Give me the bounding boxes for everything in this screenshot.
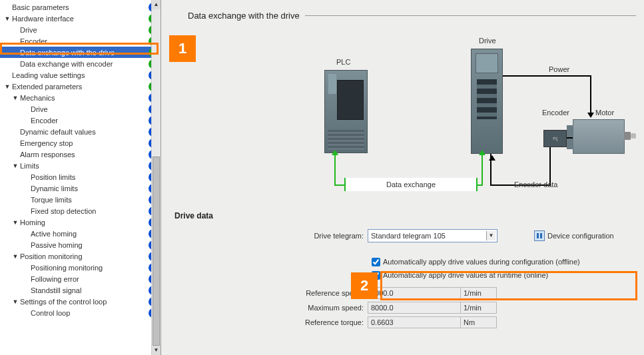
- max-speed-label: Maximum speed:: [174, 304, 368, 312]
- tree-item[interactable]: Passive homing✓: [0, 239, 161, 250]
- main-panel: Data exchange with the drive PLC Drive P…: [161, 0, 644, 355]
- tree-item-label: Following error: [29, 275, 79, 283]
- tree-item[interactable]: Standstill signal✓: [0, 284, 161, 296]
- tree-item[interactable]: Drive✓: [0, 103, 161, 115]
- header-divider: [305, 15, 636, 16]
- tree-item-label: Fixed stop detection: [29, 207, 96, 215]
- expander-icon[interactable]: ▼: [12, 298, 19, 305]
- tree-item-label: Homing: [19, 218, 45, 226]
- tree-item-label: Data exchange with the drive: [19, 49, 115, 57]
- tree-item[interactable]: ▼Mechanics✓: [0, 92, 161, 103]
- scroll-thumb[interactable]: [153, 157, 160, 346]
- auto-apply-online-row[interactable]: Automatically apply drive values at runt…: [174, 268, 631, 282]
- encoder-data-label: Encoder data: [514, 180, 557, 188]
- tree-item[interactable]: Torque limits✓: [0, 194, 161, 205]
- tree-item-label: Settings of the control loop: [19, 298, 107, 306]
- drive-data-header: Drive data: [174, 208, 631, 228]
- nav-tree: Basic parameters✓▼Hardware interface✓Dri…: [0, 0, 161, 355]
- encoder-device: [543, 130, 567, 147]
- tree-item[interactable]: Following error✓: [0, 273, 161, 284]
- tree-item-label: Drive: [19, 26, 37, 34]
- max-speed-input[interactable]: 8000.0: [368, 302, 461, 314]
- tree-item[interactable]: Position limits✓: [0, 171, 161, 182]
- tree-item-label: Torque limits: [29, 196, 72, 204]
- ref-torque-unit[interactable]: Nm: [460, 316, 497, 328]
- telegram-dropdown[interactable]: Standard telegram 105 ▼: [368, 229, 497, 242]
- expander-icon[interactable]: ▼: [12, 253, 19, 260]
- tree-item-label: Extended parameters: [11, 83, 82, 91]
- tree-item-label: Emergency stop: [19, 139, 73, 147]
- auto-apply-online-label: Automatically apply drive values at runt…: [383, 271, 548, 279]
- tree-item[interactable]: Positioning monitoring✓: [0, 262, 161, 273]
- tree-item[interactable]: Data exchange with encoder✓: [0, 58, 161, 69]
- tree-item[interactable]: Dynamic default values✓: [0, 126, 161, 137]
- tree-item[interactable]: ▼Settings of the control loop✓: [0, 296, 161, 307]
- tree-item[interactable]: Encoder✓: [0, 35, 161, 47]
- tree-item[interactable]: Leading value settings✓: [0, 69, 161, 81]
- expander-icon[interactable]: ▼: [4, 83, 11, 90]
- tree-item-label: Mechanics: [19, 94, 55, 102]
- tree-item[interactable]: ▼Extended parameters✓: [0, 81, 161, 92]
- expander-icon[interactable]: ▼: [4, 15, 11, 22]
- chevron-down-icon[interactable]: ▼: [486, 231, 495, 240]
- expander-icon[interactable]: ▼: [12, 95, 19, 101]
- tree-item[interactable]: Basic parameters✓: [0, 1, 161, 13]
- tree-item[interactable]: Emergency stop✓: [0, 137, 161, 149]
- tree-item-label: Dynamic limits: [29, 184, 78, 192]
- telegram-label: Drive telegram:: [174, 232, 368, 240]
- drive-device: [471, 49, 503, 154]
- tree-item-label: Standstill signal: [29, 286, 81, 294]
- plc-device: [324, 70, 368, 153]
- svg-rect-0: [537, 233, 539, 238]
- auto-apply-offline-row[interactable]: Automatically apply drive values during …: [174, 255, 631, 268]
- power-label: Power: [549, 65, 569, 73]
- max-speed-unit[interactable]: 1/min: [460, 302, 497, 314]
- tree-item-label: Passive homing: [29, 241, 83, 249]
- topology-diagram: PLC Drive Power Encoder Motor: [174, 23, 631, 203]
- tree-item[interactable]: Control loop✓: [0, 307, 161, 318]
- svg-rect-1: [540, 233, 542, 238]
- tree-item-label: Encoder: [29, 117, 58, 125]
- tree-item[interactable]: ▼Homing✓: [0, 216, 161, 228]
- telegram-value: Standard telegram 105: [371, 232, 446, 240]
- ref-speed-unit[interactable]: 1/min: [460, 287, 497, 299]
- callout-1: 1: [169, 35, 196, 62]
- device-config-icon: [534, 230, 545, 241]
- tree-item[interactable]: Dynamic limits✓: [0, 182, 161, 194]
- tree-item[interactable]: Data exchange with the drive✓: [0, 47, 161, 58]
- tree-item-label: Limits: [19, 162, 39, 170]
- scroll-up-arrow[interactable]: ▲: [152, 0, 161, 9]
- tree-item[interactable]: ▼Limits✓: [0, 160, 161, 171]
- tree-item-label: Hardware interface: [11, 15, 74, 23]
- device-config-label: Device configuration: [547, 232, 614, 240]
- tree-item[interactable]: Alarm responses✓: [0, 149, 161, 160]
- tree-item-label: Data exchange with encoder: [19, 60, 113, 68]
- auto-apply-offline-checkbox[interactable]: [372, 258, 380, 266]
- tree-scrollbar[interactable]: ▲ ▼: [151, 0, 161, 355]
- tree-item[interactable]: ▼Hardware interface✓: [0, 13, 161, 24]
- drive-label: Drive: [479, 37, 496, 45]
- ref-speed-input[interactable]: 8000.0: [368, 287, 461, 299]
- tree-item[interactable]: Encoder✓: [0, 115, 161, 126]
- expander-icon[interactable]: ▼: [12, 219, 19, 226]
- ref-torque-input[interactable]: 0.6603: [368, 316, 461, 328]
- tree-item-label: Position limits: [29, 173, 75, 181]
- ref-torque-label: Reference torque:: [174, 318, 368, 326]
- tree-item[interactable]: Drive✓: [0, 24, 161, 35]
- ref-speed-label: Reference speed:: [174, 289, 368, 297]
- expander-icon[interactable]: ▼: [12, 163, 19, 169]
- tree-item[interactable]: Fixed stop detection✓: [0, 205, 161, 216]
- scroll-down-arrow[interactable]: ▼: [152, 346, 161, 355]
- section-header: Data exchange with the drive: [161, 0, 644, 23]
- tree-item-label: Alarm responses: [19, 151, 75, 159]
- tree-item[interactable]: Active homing✓: [0, 228, 161, 239]
- tree-item-label: Control loop: [29, 309, 70, 317]
- encoder-label: Encoder: [542, 109, 569, 117]
- tree-item-label: Active homing: [29, 230, 77, 238]
- callout-2: 2: [351, 272, 378, 299]
- tree-item-label: Positioning monitoring: [29, 264, 103, 272]
- tree-item[interactable]: ▼Position monitoring✓: [0, 250, 161, 262]
- auto-apply-offline-label: Automatically apply drive values during …: [383, 258, 580, 266]
- motor-device: [573, 119, 625, 154]
- device-configuration-button[interactable]: Device configuration: [534, 230, 614, 241]
